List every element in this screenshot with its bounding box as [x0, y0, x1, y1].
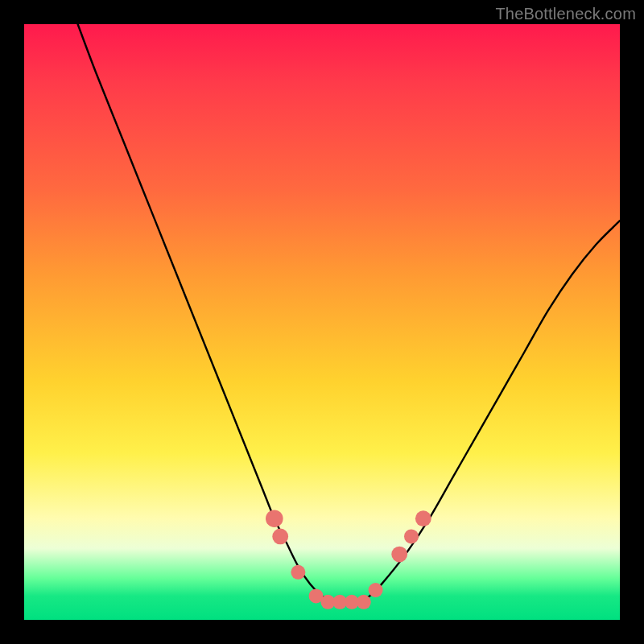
curve-markers: [266, 510, 431, 609]
curve-marker: [266, 510, 283, 527]
chart-svg: [24, 24, 620, 620]
curve-marker: [291, 565, 305, 580]
curve-marker: [415, 510, 431, 526]
curve-marker: [391, 547, 407, 563]
curve-marker: [357, 595, 371, 609]
chart-plot-area: [24, 24, 620, 620]
curve-marker: [404, 529, 419, 543]
watermark-text: TheBottleneck.com: [495, 5, 636, 23]
curve-marker: [369, 583, 383, 597]
curve-marker: [272, 529, 288, 545]
outer-frame: TheBottleneck.com: [0, 0, 644, 644]
bottleneck-curve: [78, 24, 620, 602]
